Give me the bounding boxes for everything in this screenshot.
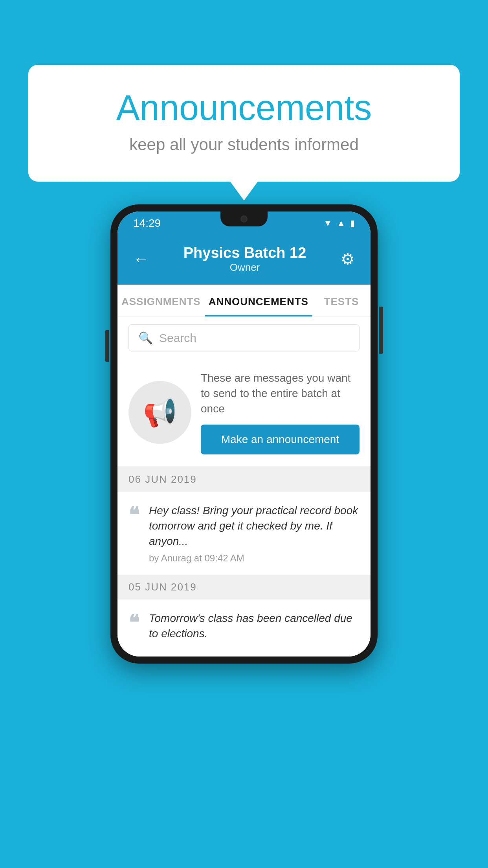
speech-bubble-section: Announcements keep all your students inf… [28, 65, 460, 182]
announcement-text-1: Hey class! Bring your practical record b… [149, 503, 360, 549]
camera-dot [240, 215, 248, 223]
date-divider-1: 06 JUN 2019 [117, 467, 371, 492]
phone-outer: 14:29 ▼ ▲ ▮ ← Physics Batch 12 Owner ⚙ [110, 204, 378, 664]
tab-bar: ASSIGNMENTS ANNOUNCEMENTS TESTS [117, 285, 371, 317]
announcement-author-1: by Anurag at 09:42 AM [149, 553, 360, 564]
batch-title: Physics Batch 12 [183, 245, 306, 261]
settings-button[interactable]: ⚙ [341, 250, 355, 268]
date-divider-2: 05 JUN 2019 [117, 575, 371, 600]
status-bar: 14:29 ▼ ▲ ▮ [117, 211, 371, 235]
announcement-content-1: Hey class! Bring your practical record b… [149, 503, 360, 564]
promo-right: These are messages you want to send to t… [201, 370, 360, 454]
make-announcement-button[interactable]: Make an announcement [201, 425, 360, 454]
announcement-item-1: ❝ Hey class! Bring your practical record… [117, 492, 371, 575]
wifi-icon: ▼ [323, 218, 332, 228]
back-button[interactable]: ← [133, 250, 149, 268]
promo-icon-circle: 📢 [128, 381, 191, 444]
promo-section: 📢 These are messages you want to send to… [117, 359, 371, 467]
search-container: 🔍 Search [117, 317, 371, 359]
phone-mockup: 14:29 ▼ ▲ ▮ ← Physics Batch 12 Owner ⚙ [110, 204, 378, 664]
quote-icon-2: ❝ [128, 613, 139, 633]
battery-icon: ▮ [350, 218, 355, 228]
bubble-subtitle: keep all your students informed [60, 135, 428, 154]
header-center: Physics Batch 12 Owner [183, 245, 306, 274]
search-bar[interactable]: 🔍 Search [128, 324, 360, 351]
megaphone-icon: 📢 [143, 396, 177, 428]
signal-icon: ▲ [337, 218, 345, 228]
quote-icon-1: ❝ [128, 505, 139, 526]
tab-assignments[interactable]: ASSIGNMENTS [117, 285, 205, 316]
bubble-title: Announcements [60, 88, 428, 127]
tab-tests[interactable]: TESTS [312, 285, 371, 316]
notch [220, 211, 268, 226]
announcement-content-2: Tomorrow's class has been cancelled due … [149, 611, 360, 645]
app-header: ← Physics Batch 12 Owner ⚙ [117, 235, 371, 285]
owner-label: Owner [183, 261, 306, 274]
announcement-text-2: Tomorrow's class has been cancelled due … [149, 611, 360, 641]
phone-screen: 14:29 ▼ ▲ ▮ ← Physics Batch 12 Owner ⚙ [117, 211, 371, 657]
promo-description: These are messages you want to send to t… [201, 370, 360, 417]
status-time: 14:29 [133, 217, 161, 230]
search-icon: 🔍 [138, 331, 153, 345]
search-placeholder: Search [159, 331, 196, 345]
status-icons: ▼ ▲ ▮ [323, 218, 355, 228]
announcement-item-2: ❝ Tomorrow's class has been cancelled du… [117, 600, 371, 656]
tab-announcements[interactable]: ANNOUNCEMENTS [205, 285, 312, 316]
speech-bubble-card: Announcements keep all your students inf… [28, 65, 460, 182]
